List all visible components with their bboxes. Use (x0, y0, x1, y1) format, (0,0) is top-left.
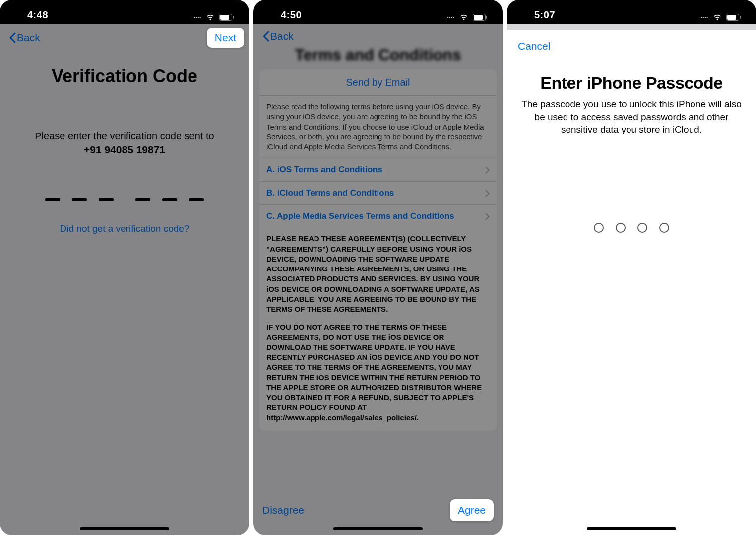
page-title: Enter iPhone Passcode (507, 73, 756, 93)
code-slot (45, 198, 60, 201)
disagree-button[interactable]: Disagree (262, 504, 304, 516)
status-bar: 4:50 •••• (253, 0, 503, 24)
screen-verification-code: 4:48 •••• Back Next Verification Cod (0, 0, 249, 535)
terms-row-label: B. iCloud Terms and Conditions (266, 188, 394, 198)
verification-phone-number: +91 94085 19871 (0, 144, 249, 156)
agree-button[interactable]: Agree (450, 499, 494, 521)
send-by-email-link[interactable]: Send by Email (259, 70, 497, 96)
home-indicator (80, 527, 169, 530)
terms-row-icloud[interactable]: B. iCloud Terms and Conditions (259, 181, 497, 204)
passcode-dot (616, 223, 626, 233)
svg-rect-8 (740, 16, 741, 19)
resend-code-link[interactable]: Did not get a verification code? (0, 223, 249, 234)
chevron-right-icon (485, 213, 490, 220)
svg-rect-5 (486, 16, 487, 19)
cellular-icon: •••• (194, 15, 201, 19)
chevron-back-icon (9, 32, 16, 43)
terms-paragraph: IF YOU DO NOT AGREE TO THE TERMS OF THES… (266, 322, 490, 423)
code-slot (99, 198, 114, 201)
verification-code-input[interactable] (0, 198, 249, 201)
wifi-icon (712, 13, 722, 21)
status-bar: 4:48 •••• (0, 0, 249, 24)
code-slot (189, 198, 204, 201)
passcode-input[interactable] (507, 223, 756, 233)
sheet-background (507, 24, 756, 30)
terms-paragraph: PLEASE READ THESE AGREEMENT(S) (COLLECTI… (266, 234, 490, 314)
home-indicator (333, 527, 423, 530)
status-time: 4:50 (281, 9, 302, 21)
terms-row-ios[interactable]: A. iOS Terms and Conditions (259, 158, 497, 181)
terms-row-label: C. Apple Media Services Terms and Condit… (266, 211, 454, 221)
screen-terms-conditions: 4:50 •••• Back Terms and Conditions (253, 0, 503, 535)
back-button[interactable]: Back (262, 30, 294, 42)
svg-rect-1 (220, 15, 229, 20)
cancel-button[interactable]: Cancel (518, 40, 550, 52)
passcode-description: The passcode you use to unlock this iPho… (517, 98, 746, 136)
page-title: Verification Code (0, 66, 249, 87)
svg-rect-7 (727, 15, 736, 20)
wifi-icon (205, 13, 215, 21)
next-button[interactable]: Next (207, 28, 244, 48)
status-time: 5:07 (534, 9, 555, 21)
home-indicator (587, 527, 676, 530)
screen-enter-passcode: 5:07 •••• Cancel Enter iPhone Passcode T… (507, 0, 756, 535)
chevron-right-icon (485, 166, 490, 174)
svg-rect-2 (233, 16, 234, 19)
battery-icon (473, 14, 488, 21)
cellular-icon: •••• (701, 15, 708, 19)
back-label: Back (17, 32, 40, 44)
passcode-dot (659, 223, 669, 233)
cellular-icon: •••• (447, 15, 455, 19)
code-slot (72, 198, 87, 201)
wifi-icon (459, 13, 469, 21)
svg-rect-4 (474, 15, 483, 20)
terms-card: Send by Email Please read the following … (259, 70, 497, 431)
back-label: Back (270, 30, 294, 42)
terms-row-media-services[interactable]: C. Apple Media Services Terms and Condit… (259, 204, 497, 228)
terms-row-label: A. iOS Terms and Conditions (266, 165, 382, 175)
code-slot (135, 198, 150, 201)
verification-prompt: Please enter the verification code sent … (0, 129, 249, 143)
back-button[interactable]: Back (9, 32, 40, 44)
battery-icon (726, 14, 741, 21)
status-bar: 5:07 •••• (507, 0, 756, 24)
terms-intro-text: Please read the following terms before u… (259, 96, 497, 158)
passcode-dot (594, 223, 604, 233)
passcode-dot (637, 223, 647, 233)
page-title: Terms and Conditions (253, 46, 503, 64)
battery-icon (219, 14, 234, 21)
status-time: 4:48 (27, 9, 48, 21)
chevron-right-icon (485, 190, 490, 197)
terms-body-text: PLEASE READ THESE AGREEMENT(S) (COLLECTI… (259, 228, 497, 423)
chevron-back-icon (262, 31, 269, 42)
code-slot (162, 198, 177, 201)
